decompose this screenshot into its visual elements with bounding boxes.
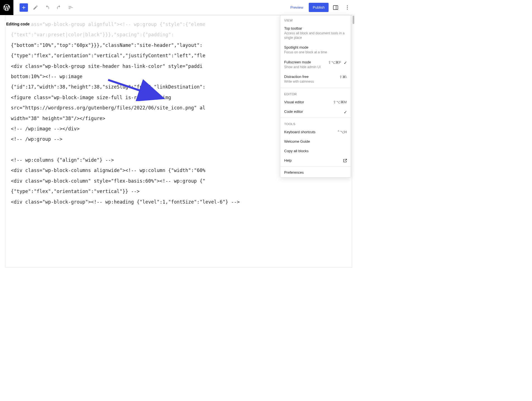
list-icon <box>68 5 73 10</box>
menu-section-editor: EDITOR <box>280 89 351 97</box>
menu-item-help[interactable]: Help <box>280 156 351 165</box>
redo-icon <box>56 5 62 10</box>
menu-item-title: Spotlight mode <box>284 45 347 49</box>
menu-item-title: Distraction free <box>284 75 347 79</box>
menu-item-desc: Show and hide admin UI <box>284 65 347 69</box>
menu-item-copy-all-blocks[interactable]: Copy all blocks <box>280 146 351 156</box>
svg-point-4 <box>347 9 348 9</box>
menu-item-preferences[interactable]: Preferences <box>280 168 351 177</box>
menu-item-title: Preferences <box>284 170 347 175</box>
wordpress-icon <box>3 4 11 11</box>
sidebar-panel-icon <box>332 4 339 11</box>
menu-divider <box>280 118 351 118</box>
menu-item-title: Code editor <box>284 109 347 114</box>
menu-item-top-toolbar[interactable]: Top toolbar Access all block and documen… <box>280 24 351 43</box>
menu-item-code-editor[interactable]: Code editor ✓ <box>280 107 351 116</box>
plus-icon <box>21 5 27 10</box>
svg-rect-0 <box>333 5 338 9</box>
kebab-icon <box>345 5 350 10</box>
document-overview-button[interactable] <box>66 3 75 12</box>
menu-item-keyboard-shortcuts[interactable]: Keyboard shortcuts ⌃⌥H <box>280 127 351 137</box>
toolbar-left <box>13 3 75 12</box>
menu-item-shortcut: ⇧⌥⌘M <box>333 100 347 104</box>
preview-button[interactable]: Preview <box>287 3 307 12</box>
menu-item-shortcut: ⌃⌥H <box>337 130 347 134</box>
menu-item-spotlight[interactable]: Spotlight mode Focus on one block at a t… <box>280 43 351 57</box>
menu-section-tools: TOOLS <box>280 119 351 127</box>
external-link-icon <box>343 158 347 164</box>
editor-topbar: Preview Publish <box>0 0 355 15</box>
options-menu: VIEW Top toolbar Access all block and do… <box>280 15 351 178</box>
menu-item-welcome-guide[interactable]: Welcome Guide <box>280 137 351 146</box>
code-faded-text: <div class="wp-block-group alignfull"><!… <box>11 22 205 37</box>
menu-item-visual-editor[interactable]: Visual editor ⇧⌥⌘M <box>280 97 351 107</box>
edit-mode-button[interactable] <box>31 3 40 12</box>
undo-button[interactable] <box>43 3 51 12</box>
wordpress-logo[interactable] <box>0 0 13 15</box>
menu-item-distraction-free[interactable]: Distraction free Write with calmness ⇧⌘\ <box>280 72 351 87</box>
check-icon: ✓ <box>344 60 347 65</box>
editing-code-label: Editing code <box>5 21 31 27</box>
undo-icon <box>44 5 50 10</box>
publish-button[interactable]: Publish <box>309 3 329 12</box>
settings-panel-button[interactable] <box>331 3 340 12</box>
menu-item-shortcut: ⇧⌥⌘F <box>328 60 341 65</box>
menu-item-desc: Focus on one block at a time <box>284 50 347 54</box>
scrollbar-thumb[interactable] <box>353 16 354 24</box>
menu-divider <box>280 88 351 88</box>
check-icon: ✓ <box>344 110 347 115</box>
options-button[interactable] <box>343 3 352 12</box>
redo-button[interactable] <box>55 3 63 12</box>
menu-item-title: Copy all blocks <box>284 149 347 153</box>
menu-item-shortcut: ⇧⌘\ <box>339 75 347 79</box>
svg-point-2 <box>347 5 348 6</box>
code-body-text: {"bottom":"10%","top":"60px"}}},"classNa… <box>11 42 240 205</box>
toolbar-right: Preview Publish <box>287 3 355 12</box>
menu-item-desc: Access all block and document tools in a… <box>284 31 347 40</box>
add-block-button[interactable] <box>20 3 28 12</box>
menu-item-title: Top toolbar <box>284 26 347 30</box>
menu-section-view: VIEW <box>280 15 351 24</box>
menu-divider <box>280 166 351 167</box>
menu-item-title: Help <box>284 158 347 163</box>
svg-point-3 <box>347 7 348 8</box>
menu-item-fullscreen[interactable]: Fullscreen mode Show and hide admin UI ⇧… <box>280 58 351 72</box>
pencil-icon <box>33 5 38 10</box>
menu-item-title: Welcome Guide <box>284 139 347 144</box>
menu-item-desc: Write with calmness <box>284 79 347 84</box>
